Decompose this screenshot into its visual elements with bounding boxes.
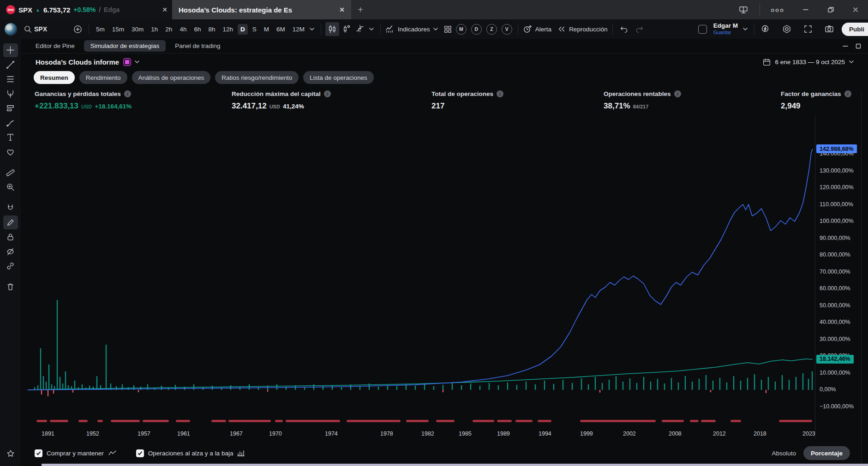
tradingview-desktop-window: 500 SPX ▲ 6.753,72 +0.58% / Edga ✕ Hosod… bbox=[0, 0, 868, 466]
panel-minimize-icon[interactable] bbox=[842, 43, 849, 49]
close-tab-icon[interactable]: ✕ bbox=[162, 6, 168, 13]
report-pill[interactable]: Análisis de operaciones bbox=[132, 71, 211, 84]
long-short-trades-toggle[interactable]: Operaciones al alza y a la baja bbox=[136, 449, 245, 457]
strategy-chevron-down-icon[interactable] bbox=[134, 60, 140, 64]
new-tab-button[interactable]: + bbox=[351, 0, 370, 19]
timeframe-button[interactable]: 5m bbox=[93, 24, 108, 35]
timeframe-button[interactable]: 12h bbox=[220, 24, 236, 35]
timeframe-button[interactable]: 15m bbox=[109, 24, 127, 35]
magnet-tool[interactable] bbox=[3, 201, 18, 215]
equity-chart[interactable]: 1891195219571961196719701974197819821985… bbox=[28, 115, 815, 438]
emoji-heart-tool[interactable] bbox=[3, 145, 18, 159]
chart-style-step-line-icon[interactable] bbox=[353, 22, 367, 36]
trendline-tool[interactable] bbox=[3, 58, 18, 72]
report-pill[interactable]: Ratios riesgo/rendimiento bbox=[215, 71, 299, 84]
report-pill[interactable]: Resumen bbox=[34, 71, 75, 84]
panel-maximize-icon[interactable] bbox=[855, 43, 862, 49]
checkbox-checked-icon[interactable] bbox=[35, 449, 42, 457]
ruler-tool[interactable] bbox=[3, 166, 18, 179]
report-title: Hosoda’s Clouds informe bbox=[36, 58, 119, 66]
symbol-search[interactable]: SPX bbox=[24, 25, 47, 34]
info-icon[interactable]: i bbox=[124, 90, 131, 97]
user-menu[interactable]: Edgar M Guardar bbox=[713, 23, 738, 36]
crosshair-tool[interactable] bbox=[3, 43, 18, 57]
strategy-icon[interactable] bbox=[123, 58, 131, 66]
timeframe-button[interactable]: 12M bbox=[290, 24, 307, 35]
panel-tab[interactable]: Simulador de estrategias bbox=[84, 40, 166, 52]
timeframe-button[interactable]: 6M bbox=[274, 24, 288, 35]
chart-style-chevron-down-icon[interactable] bbox=[367, 25, 376, 33]
report-pill[interactable]: Rendimiento bbox=[79, 71, 127, 84]
timeframe-button[interactable]: M bbox=[261, 24, 272, 35]
info-icon[interactable]: i bbox=[674, 90, 681, 97]
settings-gear-icon[interactable] bbox=[780, 22, 794, 36]
restore-window-icon[interactable] bbox=[818, 6, 843, 13]
save-link[interactable]: Guardar bbox=[713, 29, 738, 36]
timeframe-chevron-down-icon[interactable] bbox=[307, 25, 317, 33]
zoom-in-tool[interactable] bbox=[3, 180, 18, 194]
panel-tab[interactable]: Editor de Pine bbox=[29, 40, 81, 52]
save-layout-checkbox[interactable] bbox=[698, 25, 707, 34]
window-menu-dots[interactable]: ooo bbox=[762, 6, 793, 13]
sync-drawings-tool[interactable] bbox=[3, 259, 18, 273]
timeframe-button[interactable]: S bbox=[250, 24, 259, 35]
chart-style-hollow-candles-icon[interactable] bbox=[339, 22, 353, 36]
chart-style-candles-icon[interactable] bbox=[325, 22, 339, 36]
info-icon[interactable]: i bbox=[324, 90, 331, 97]
layout-grid-icon[interactable] bbox=[441, 23, 455, 36]
layout-badge[interactable]: Z bbox=[486, 24, 497, 35]
absolute-mode-button[interactable]: Absoluto bbox=[772, 450, 796, 457]
date-range-picker[interactable]: 6 ene 1833 — 9 oct 2025 bbox=[762, 58, 854, 66]
panel-tab[interactable]: Panel de trading bbox=[168, 40, 227, 52]
fullscreen-icon[interactable] bbox=[801, 22, 815, 36]
publish-button[interactable]: Publi bbox=[842, 23, 868, 36]
info-icon[interactable]: i bbox=[497, 90, 503, 97]
text-tool-tool[interactable] bbox=[3, 131, 18, 144]
indicators-button[interactable]: Indicadores bbox=[385, 24, 438, 34]
timeframe-button[interactable]: 8h bbox=[205, 24, 218, 35]
timeframe-button[interactable]: 2h bbox=[162, 24, 175, 35]
alert-button[interactable]: Alerta bbox=[522, 24, 552, 34]
window-tab-strategy[interactable]: Hosoda’s Clouds: estrategia de Es ✕ bbox=[172, 0, 351, 19]
checkbox-checked-icon[interactable] bbox=[136, 449, 144, 457]
window-tab-symbol[interactable]: 500 SPX ▲ 6.753,72 +0.58% / Edga ✕ bbox=[0, 0, 172, 19]
buy-and-hold-toggle[interactable]: Comprar y mantener bbox=[35, 449, 117, 457]
profit-bar bbox=[48, 364, 49, 390]
report-pill[interactable]: Lista de operaciones bbox=[303, 71, 374, 84]
timeframe-button[interactable]: 6h bbox=[191, 24, 204, 35]
info-icon[interactable]: i bbox=[844, 90, 851, 97]
lock-tool[interactable] bbox=[3, 230, 18, 244]
timeframe-button[interactable]: D bbox=[238, 24, 248, 35]
multi-monitor-icon[interactable] bbox=[729, 5, 758, 15]
user-chevron-down-icon[interactable] bbox=[741, 25, 750, 33]
profit-bar bbox=[43, 376, 44, 390]
timeframe-button[interactable]: 30m bbox=[129, 24, 146, 35]
close-window-icon[interactable] bbox=[843, 6, 868, 13]
replay-button[interactable]: Reproducción bbox=[557, 24, 608, 34]
fib-retracement-tool[interactable] bbox=[3, 72, 18, 86]
timeframe-button[interactable]: 1h bbox=[148, 24, 161, 35]
y-axis[interactable]: 140.000,00%130.000,00%120.000,00%110.000… bbox=[815, 115, 868, 438]
snapshot-camera-icon[interactable] bbox=[822, 22, 836, 36]
long-position-tool[interactable] bbox=[3, 102, 18, 115]
layout-badge[interactable]: V bbox=[502, 24, 512, 35]
layout-badge[interactable]: D bbox=[471, 24, 482, 35]
pattern-pitchfork-tool[interactable] bbox=[3, 87, 18, 101]
user-avatar[interactable] bbox=[5, 23, 17, 36]
trash-tool[interactable] bbox=[3, 280, 18, 294]
line-chart-icon bbox=[108, 450, 117, 456]
quick-search-icon[interactable] bbox=[759, 22, 772, 36]
brush-tool[interactable] bbox=[3, 116, 18, 130]
layout-badge[interactable]: M bbox=[456, 24, 467, 35]
drawing-lock-tool[interactable] bbox=[3, 215, 18, 229]
hide-drawings-tool[interactable] bbox=[3, 245, 18, 258]
close-tab-icon[interactable]: ✕ bbox=[339, 6, 345, 13]
timeframe-button[interactable]: 4h bbox=[177, 24, 189, 35]
favorites-star-icon[interactable] bbox=[3, 447, 18, 460]
tab-separator: / bbox=[99, 6, 101, 13]
minimize-window-icon[interactable] bbox=[793, 6, 818, 13]
percent-mode-button[interactable]: Porcentaje bbox=[803, 446, 850, 460]
undo-icon[interactable] bbox=[617, 23, 630, 36]
redo-icon[interactable] bbox=[633, 23, 647, 36]
compare-add-symbol-icon[interactable] bbox=[71, 23, 84, 36]
